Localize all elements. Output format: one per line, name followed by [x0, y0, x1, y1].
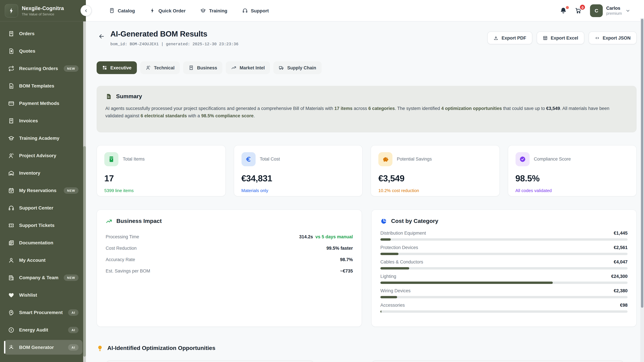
summary-title: Summary	[116, 93, 142, 100]
sidebar-item-bom-templates[interactable]: BOM Templates	[4, 78, 82, 93]
topbar-right: 0 C Carlos premium	[560, 4, 630, 17]
sidebar-item-bom-generator[interactable]: BOM GeneratorAI	[4, 340, 82, 355]
sidebar-item-wishlist[interactable]: Wishlist	[4, 288, 82, 302]
cost-bar-fill	[380, 310, 382, 313]
topbar: CatalogQuick OrderTrainingSupport 0 C Ca…	[86, 0, 644, 21]
sidebar-item-support-tickets[interactable]: Support Tickets	[4, 218, 82, 233]
cost-category-label: Cables & Conductors	[380, 259, 423, 265]
file-icon	[8, 83, 14, 89]
cost-bar-track	[380, 296, 628, 298]
stat-card-total-items: Total Items175399 line items	[96, 145, 226, 196]
sidebar-item-badge: NEW	[64, 274, 78, 281]
sidebar-item-company-team[interactable]: Company & TeamNEW	[4, 270, 82, 285]
export-excel-button[interactable]: Export Excel	[537, 31, 584, 44]
opportunities-section: AI-Identified Optimization Opportunities	[96, 345, 636, 362]
brand-name: Nexgile-Cognitra	[22, 5, 64, 11]
sidebar-scrollbar-thumb[interactable]	[83, 146, 86, 357]
export-pdf-button[interactable]: Export PDF	[488, 31, 532, 44]
topnav-item-label: Support	[251, 8, 269, 13]
tab-market-intel[interactable]: Market Intel	[226, 61, 270, 74]
sidebar-item-inventory[interactable]: Inventory	[4, 166, 82, 180]
stat-icon-tile	[515, 152, 530, 166]
topnav-item-label: Quick Order	[158, 8, 186, 13]
stat-subtext: Materials only	[241, 188, 355, 193]
sidebar-item-label: Payment Methods	[19, 100, 59, 106]
sidebar-item-training-academy[interactable]: Training Academy	[4, 131, 82, 145]
summary-segment: 4 optimization opportunities	[441, 106, 502, 111]
stat-card-top: Potential Savings	[378, 152, 492, 166]
sidebar: Nexgile-Cognitra The Value of Service Or…	[0, 0, 86, 362]
page-title-block: AI-Generated BOM Results bom_id: BOM-Z4O…	[110, 29, 238, 46]
package-icon	[108, 156, 115, 163]
cost-category-value: €2,380	[614, 288, 628, 293]
sidebar-item-support-center[interactable]: Support Center	[4, 200, 82, 215]
sidebar-item-invoices[interactable]: Invoices	[4, 113, 82, 128]
sidebar-collapse-button[interactable]	[80, 5, 92, 16]
cost-bar-fill	[380, 267, 409, 270]
summary-text: AI agents successfully processed your pr…	[105, 105, 617, 120]
sidebar-item-energy-audit[interactable]: Energy AuditAI	[4, 323, 82, 337]
sidebar-item-label: BOM Templates	[19, 83, 54, 88]
sidebar-item-label: Energy Audit	[19, 327, 48, 333]
sidebar-item-label: Company & Team	[19, 275, 58, 280]
export-button-label: Export PDF	[502, 35, 526, 40]
stat-icon-tile	[104, 152, 118, 166]
sidebar-item-label: My Account	[19, 257, 46, 263]
graduation-cap-icon	[8, 135, 14, 141]
sidebar-item-documentation[interactable]: Documentation	[4, 235, 82, 250]
sidebar-scrollbar[interactable]	[83, 21, 86, 362]
stat-card-top: Total Items	[104, 152, 218, 166]
topnav-item-training[interactable]: Training	[200, 8, 228, 13]
summary-segment: AI agents successfully processed your pr…	[105, 106, 334, 111]
business-impact-rows: Processing Time314.2svs 5 days manualCos…	[106, 231, 353, 277]
sidebar-item-payment-methods[interactable]: Payment Methods	[4, 96, 82, 111]
tab-technical[interactable]: Technical	[140, 61, 180, 74]
chevron-down-icon	[625, 8, 630, 13]
export-button-label: Export JSON	[602, 35, 630, 40]
summary-segment: 6 categories	[368, 106, 395, 111]
cost-bar-fill	[380, 253, 398, 255]
topnav-item-catalog[interactable]: Catalog	[109, 8, 135, 13]
export-json-button[interactable]: Export JSON	[588, 31, 636, 44]
tab-executive[interactable]: Executive	[96, 61, 137, 74]
cost-bar-track	[380, 310, 628, 313]
sidebar-item-badge: NEW	[64, 187, 78, 194]
trending-up-icon	[106, 218, 112, 225]
page-scrollbar[interactable]	[640, 18, 644, 362]
stat-subtext: 5399 line items	[104, 188, 218, 193]
cart-button[interactable]: 0	[575, 7, 582, 14]
sidebar-item-my-account[interactable]: My Account	[4, 253, 82, 268]
code-icon	[594, 35, 600, 40]
topnav-item-label: Training	[209, 8, 228, 13]
sidebar-item-smart-procurement[interactable]: Smart ProcurementAI	[4, 305, 82, 320]
credit-card-icon	[8, 100, 14, 106]
sidebar-item-project-advisory[interactable]: Project Advisory	[4, 148, 82, 163]
impact-label: Cost Reduction	[106, 246, 137, 251]
sidebar-item-recurring-orders[interactable]: Recurring OrdersNEW	[4, 61, 82, 76]
back-button[interactable]	[96, 31, 106, 41]
sidebar-item-orders[interactable]: Orders	[4, 26, 82, 41]
cost-bar-track	[380, 267, 628, 270]
cost-by-category-panel: Cost by Category Distribution Equipment€…	[371, 210, 636, 327]
tab-label: Business	[197, 65, 217, 70]
stat-value: 98.5%	[515, 173, 629, 184]
badge-check-icon	[519, 156, 526, 163]
topnav-item-support[interactable]: Support	[242, 8, 269, 13]
page-scrollbar-thumb[interactable]	[641, 19, 643, 308]
business-impact-title: Business Impact	[116, 218, 162, 225]
impact-row-cost-reduction: Cost Reduction99.5% faster	[106, 243, 353, 254]
page-header: AI-Generated BOM Results bom_id: BOM-Z4O…	[96, 29, 636, 46]
topnav-item-quick-order[interactable]: Quick Order	[150, 8, 186, 13]
tab-business[interactable]: Business	[183, 61, 222, 74]
sidebar-item-quotes[interactable]: Quotes	[4, 43, 82, 58]
summary-segment: across	[352, 106, 368, 111]
impact-row-est-savings-per-bom: Est. Savings per BOM~€735	[106, 266, 353, 277]
tab-supply-chain[interactable]: Supply Chain	[274, 61, 322, 74]
notifications-button[interactable]	[560, 7, 567, 14]
sidebar-item-label: Inventory	[19, 170, 40, 176]
user-menu[interactable]: C Carlos premium	[590, 4, 630, 17]
cost-category-value: €1,445	[614, 231, 628, 236]
sidebar-item-my-reservations[interactable]: My ReservationsNEW	[4, 183, 82, 198]
trending-up-icon	[231, 65, 237, 70]
stat-card-potential-savings: Potential Savings€3,54910.2% cost reduct…	[371, 145, 500, 196]
